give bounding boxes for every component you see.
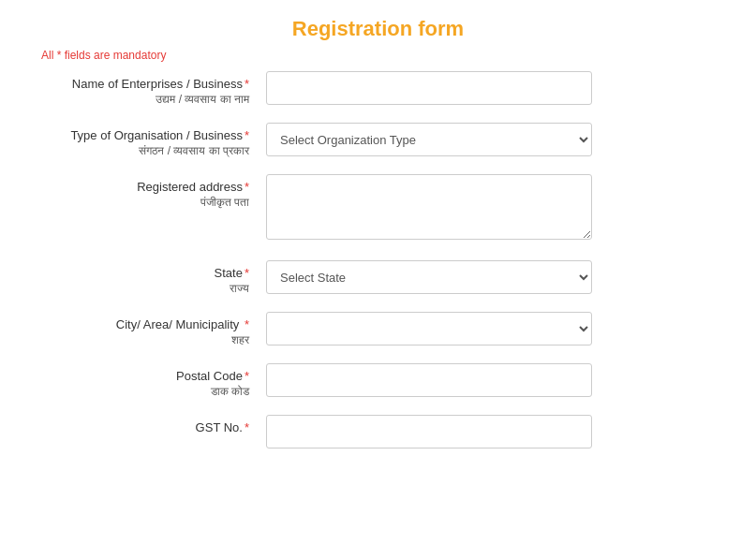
label-sub-address: पंजीकृत पता	[41, 196, 249, 209]
label-main-postal: Postal Code*	[41, 369, 249, 383]
label-main-enterprise: Name of Enterprises / Business*	[41, 77, 249, 91]
input-col-org: Select Organization Type	[266, 123, 715, 156]
input-col-postal	[266, 363, 715, 397]
label-main-address: Registered address*	[41, 180, 249, 194]
gst-no-input[interactable]	[266, 415, 592, 448]
page-title: Registration form	[0, 0, 756, 49]
city-select[interactable]	[266, 312, 592, 346]
org-type-select[interactable]: Select Organization Type	[266, 123, 592, 156]
label-main-city: City/ Area/ Municipality *	[41, 317, 249, 331]
field-row-postal: Postal Code* डाक कोड	[41, 363, 715, 398]
required-star-city: *	[245, 317, 249, 331]
address-textarea[interactable]	[266, 174, 592, 240]
label-org-type: Type of Organisation / Business* संगठन /…	[41, 123, 266, 157]
mandatory-note: All * fields are mandatory	[41, 49, 756, 62]
label-state: State* राज्य	[41, 260, 266, 295]
label-postal: Postal Code* डाक कोड	[41, 363, 266, 398]
enterprise-name-input[interactable]	[266, 71, 592, 105]
input-col-gst	[266, 415, 715, 448]
postal-code-input[interactable]	[266, 363, 592, 397]
field-row-org-type: Type of Organisation / Business* संगठन /…	[41, 123, 715, 157]
field-row-address: Registered address* पंजीकृत पता	[41, 174, 715, 243]
label-enterprise-name: Name of Enterprises / Business* उद्यम / …	[41, 71, 266, 106]
field-row-enterprise-name: Name of Enterprises / Business* उद्यम / …	[41, 71, 715, 106]
label-address: Registered address* पंजीकृत पता	[41, 174, 266, 209]
page-container: Registration form All * fields are manda…	[0, 0, 756, 544]
input-col-state: Select State	[266, 260, 715, 294]
form-body: Name of Enterprises / Business* उद्यम / …	[0, 71, 756, 448]
label-city: City/ Area/ Municipality * शहर	[41, 312, 266, 346]
required-star-state: *	[245, 266, 249, 280]
label-sub-city: शहर	[41, 333, 249, 346]
field-row-city: City/ Area/ Municipality * शहर	[41, 312, 715, 346]
required-star-postal: *	[245, 369, 249, 383]
required-star-org: *	[245, 128, 249, 142]
label-sub-postal: डाक कोड	[41, 385, 249, 398]
label-sub-enterprise: उद्यम / व्यवसाय का नाम	[41, 93, 249, 106]
field-row-state: State* राज्य Select State	[41, 260, 715, 295]
state-select[interactable]: Select State	[266, 260, 592, 294]
required-star-address: *	[245, 180, 249, 194]
label-main-state: State*	[41, 266, 249, 280]
required-star: *	[245, 77, 249, 91]
required-star-gst: *	[245, 420, 249, 434]
label-main-org: Type of Organisation / Business*	[41, 128, 249, 142]
label-main-gst: GST No.*	[41, 420, 249, 434]
label-sub-state: राज्य	[41, 282, 249, 295]
label-sub-org: संगठन / व्यवसाय का प्रकार	[41, 144, 249, 157]
field-row-gst: GST No.*	[41, 415, 715, 448]
input-col-enterprise	[266, 71, 715, 105]
label-gst: GST No.*	[41, 415, 266, 436]
input-col-address	[266, 174, 715, 243]
input-col-city	[266, 312, 715, 346]
